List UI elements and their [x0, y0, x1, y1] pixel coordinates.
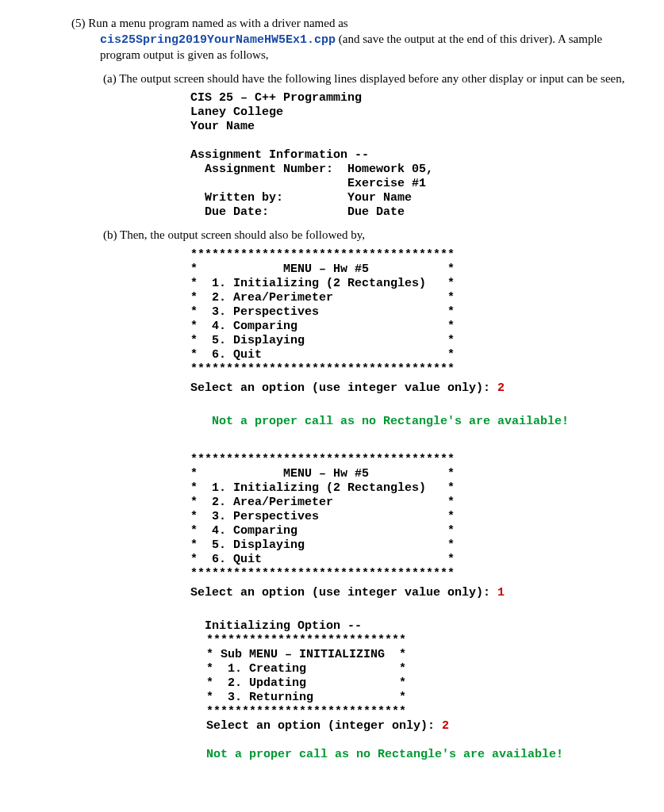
sub-b-label: (b) — [103, 228, 120, 241]
sub-error-text: Not a proper call as no Rectangle's are … — [206, 748, 563, 761]
sub-item-b: (b) Then, the output screen should also … — [103, 228, 640, 762]
input-2: 1 — [497, 586, 505, 599]
sub-prompt-text: Select an option (integer only): — [206, 719, 442, 733]
output-block-a: CIS 25 – C++ Programming Laney College Y… — [190, 91, 640, 220]
prompt-2-text: Select an option (use integer value only… — [190, 586, 497, 599]
item-5: (5) Run a menu program named as with a d… — [71, 16, 640, 762]
sub-prompt-line: Select an option (integer only): 2 — [206, 719, 640, 733]
error-1-text: Not a proper call as no Rectangle's are … — [212, 415, 569, 428]
driver-filename: cis25Spring2019YourNameHW5Ex1.cpp — [100, 33, 336, 47]
prompt-line-1: Select an option (use integer value only… — [190, 381, 640, 396]
sub-item-a: (a) The output screen should have the fo… — [103, 71, 640, 220]
input-1: 2 — [497, 381, 505, 395]
sub-input: 2 — [442, 719, 449, 733]
submenu-block: **************************** * Sub MENU … — [206, 634, 640, 719]
sub-b-text: Then, the output screen should also be f… — [120, 228, 365, 241]
error-1: Not a proper call as no Rectangle's are … — [190, 400, 640, 429]
item-5-label: (5) — [71, 17, 88, 29]
menu-block-2: ************************************* * … — [190, 453, 640, 581]
blank-1 — [190, 434, 640, 448]
sub-a-label: (a) — [103, 72, 119, 85]
prompt-line-2: Select an option (use integer value only… — [190, 586, 640, 600]
sub-a-text: The output screen should have the follow… — [119, 72, 624, 85]
prompt-1-text: Select an option (use integer value only… — [190, 381, 497, 395]
sub-error: Not a proper call as no Rectangle's are … — [206, 733, 640, 762]
init-option-label: Initializing Option -- — [190, 605, 640, 634]
item-5-text1: Run a menu program named as with a drive… — [88, 17, 347, 29]
menu-block-1: ************************************* * … — [190, 248, 640, 377]
init-option-text: Initializing Option -- — [205, 619, 362, 633]
